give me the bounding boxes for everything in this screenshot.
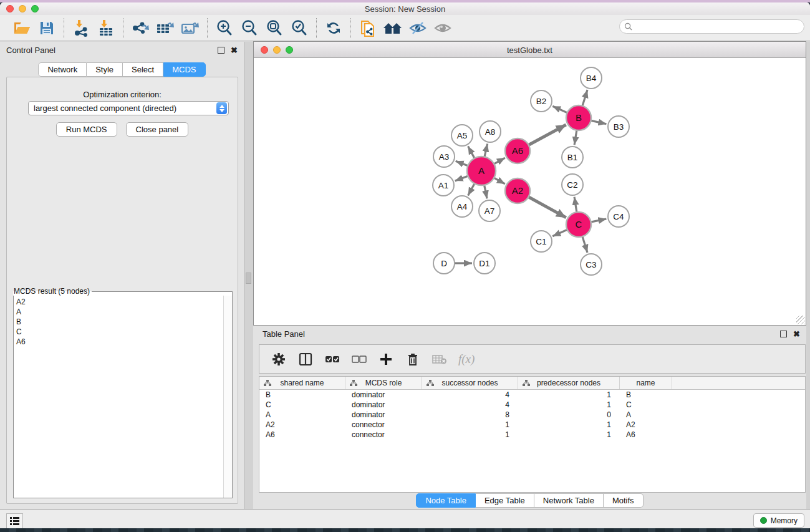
search-box[interactable] (619, 19, 804, 34)
mcds-result-item[interactable]: B (16, 317, 223, 327)
close-panel-icon[interactable]: ✖ (231, 47, 238, 54)
apply-layout-icon[interactable] (323, 18, 344, 38)
mcds-result-item[interactable]: A (16, 307, 223, 317)
float-table-panel-icon[interactable] (780, 331, 787, 337)
column-header-shared-name[interactable]: shared name (259, 377, 345, 389)
window-titlebar[interactable]: Session: New Session (0, 2, 810, 15)
node-B2[interactable]: B2 (531, 90, 552, 112)
node-B[interactable]: B (566, 105, 591, 130)
tab-select[interactable]: Select (123, 62, 163, 77)
export-image-icon[interactable] (180, 18, 201, 38)
table-row[interactable]: Cdominator41C (259, 400, 805, 410)
home-icon[interactable] (382, 18, 403, 38)
deselect-all-icon[interactable] (351, 351, 367, 367)
node-B1[interactable]: B1 (562, 147, 583, 168)
tab-network-table[interactable]: Network Table (534, 493, 604, 508)
node-A4[interactable]: A4 (451, 196, 473, 217)
table-row[interactable]: Bdominator41B (259, 390, 805, 400)
tab-edge-table[interactable]: Edge Table (476, 493, 534, 508)
criterion-select[interactable]: largest connected component (directed) (28, 101, 229, 115)
edge-A-A8[interactable] (485, 144, 488, 158)
node-B3[interactable]: B3 (608, 116, 629, 137)
edge-A-A4[interactable] (468, 182, 475, 195)
node-A6[interactable]: A6 (505, 138, 530, 163)
edge-C-C4[interactable] (590, 219, 607, 222)
edge-A2-C[interactable] (528, 196, 566, 218)
delete-icon[interactable] (405, 351, 421, 367)
memory-button[interactable]: Memory (753, 513, 804, 528)
task-history-button[interactable] (6, 513, 23, 528)
node-A2[interactable]: A2 (505, 178, 530, 203)
column-header-MCDS-role[interactable]: MCDS role (345, 377, 422, 389)
tab-node-table[interactable]: Node Table (416, 493, 476, 508)
table-row[interactable]: Adominator80A (259, 410, 805, 420)
copy-network-icon[interactable] (357, 18, 378, 38)
zoom-in-icon[interactable] (214, 18, 235, 38)
edge-C-C3[interactable] (582, 235, 587, 253)
edge-A-A1[interactable] (455, 175, 470, 181)
column-header-successor-nodes[interactable]: successor nodes (422, 377, 518, 389)
tab-network[interactable]: Network (38, 62, 87, 77)
edge-B-B2[interactable] (552, 106, 568, 113)
zoom-out-icon[interactable] (239, 18, 260, 38)
network-graph[interactable]: B4B2BB3A5A8A6A3B1AA1C2A2A4A7C4CC1DD1C3 (254, 58, 806, 325)
function-builder-icon[interactable]: f(x) (458, 351, 475, 367)
resize-grip-icon[interactable] (796, 316, 805, 324)
node-A[interactable]: A (467, 157, 496, 185)
show-graphics-details-icon[interactable] (432, 18, 453, 38)
edge-A-A2[interactable] (493, 177, 504, 184)
node-D[interactable]: D (433, 253, 455, 274)
edge-A6-B[interactable] (528, 125, 566, 145)
column-icon[interactable] (297, 351, 314, 367)
node-C3[interactable]: C3 (581, 254, 602, 275)
close-table-panel-icon[interactable]: ✖ (793, 331, 800, 337)
edge-B-B1[interactable] (574, 129, 577, 145)
edge-B-B3[interactable] (590, 120, 607, 124)
network-canvas[interactable]: B4B2BB3A5A8A6A3B1AA1C2A2A4A7C4CC1DD1C3 (254, 58, 806, 325)
gear-icon[interactable] (271, 351, 287, 367)
mcds-result-list[interactable]: A2ABCA6 (14, 296, 223, 498)
edge-A-A5[interactable] (468, 147, 475, 160)
column-header-name[interactable]: name (620, 377, 672, 389)
import-network-icon[interactable] (70, 18, 92, 38)
node-C[interactable]: C (566, 212, 591, 237)
table-row[interactable]: A2connector11A2 (259, 420, 805, 430)
node-A3[interactable]: A3 (433, 146, 455, 167)
save-session-icon[interactable] (36, 18, 57, 38)
mcds-result-item[interactable]: A2 (16, 297, 223, 307)
float-panel-icon[interactable] (218, 47, 224, 54)
node-A5[interactable]: A5 (451, 125, 473, 146)
edge-B-B4[interactable] (582, 90, 587, 107)
export-table-icon[interactable] (155, 18, 176, 38)
close-panel-button[interactable]: Close panel (126, 122, 189, 137)
node-C2[interactable]: C2 (562, 174, 583, 195)
add-icon[interactable] (378, 351, 394, 367)
edge-C-C1[interactable] (552, 229, 568, 236)
edge-C-C2[interactable] (574, 197, 577, 213)
mcds-result-item[interactable]: C (16, 327, 223, 337)
node-A1[interactable]: A1 (433, 175, 454, 196)
mcds-result-item[interactable]: A6 (16, 337, 223, 347)
tab-motifs[interactable]: Motifs (604, 493, 644, 508)
node-A8[interactable]: A8 (480, 121, 501, 142)
column-header-predecessor-nodes[interactable]: predecessor nodes (518, 377, 620, 389)
node-C1[interactable]: C1 (531, 231, 552, 252)
network-window-titlebar[interactable]: testGlobe.txt (254, 42, 806, 58)
tab-mcds[interactable]: MCDS (163, 62, 205, 77)
hide-graphics-details-icon[interactable] (407, 18, 428, 38)
result-scrollbar[interactable] (223, 296, 232, 498)
tab-style[interactable]: Style (87, 62, 123, 77)
search-input[interactable] (635, 22, 804, 31)
zoom-selected-icon[interactable] (289, 18, 310, 38)
node-D1[interactable]: D1 (474, 253, 495, 274)
edge-A-A6[interactable] (493, 158, 504, 165)
delete-table-icon[interactable] (432, 351, 448, 367)
vertical-split-handle[interactable] (246, 273, 251, 284)
zoom-fit-icon[interactable] (264, 18, 285, 38)
node-A7[interactable]: A7 (479, 200, 500, 221)
export-network-icon[interactable] (130, 18, 151, 38)
import-table-icon[interactable] (95, 18, 117, 38)
edge-A-A7[interactable] (484, 184, 487, 199)
select-all-icon[interactable] (324, 351, 340, 367)
table-row[interactable]: A6connector11A6 (259, 430, 805, 440)
